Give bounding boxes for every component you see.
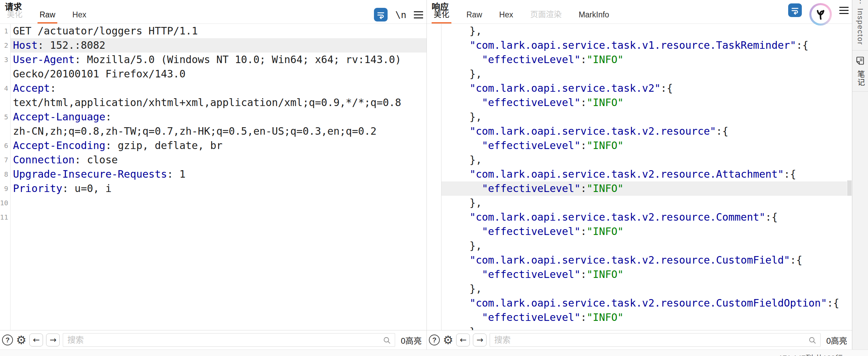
- code-token: },: [457, 326, 482, 330]
- response-search-input[interactable]: [490, 333, 820, 346]
- request-editor-line: 8Upgrade-Insecure-Requests: 1: [0, 167, 426, 181]
- scrollbar-decoration[interactable]: [847, 180, 852, 196]
- line-content: Accept:: [10, 81, 426, 95]
- response-editor-line: "com.lark.oapi.service.task.v2":{: [442, 81, 847, 95]
- sidebar-item-inspector[interactable]: Inspector: [852, 5, 868, 50]
- line-number: 5: [0, 110, 10, 124]
- code-token: [457, 54, 482, 65]
- code-token: :: [105, 111, 112, 123]
- http-inspector-window: 请求 美化RawHex \n 1GET /actuator/l: [0, 0, 868, 356]
- request-panel-header: 请求 美化RawHex \n: [0, 0, 426, 24]
- next-match-button[interactable]: →: [46, 333, 60, 346]
- sidebar-item-notes[interactable]: 笔记: [852, 50, 868, 91]
- search-icon[interactable]: [382, 336, 391, 346]
- tab-Raw[interactable]: Raw: [38, 10, 57, 24]
- request-editor[interactable]: 1GET /actuator/loggers HTTP/1.12Host: 15…: [0, 24, 426, 330]
- notes-label: 笔记: [855, 70, 866, 87]
- code-token: "effectiveLevel": [482, 182, 580, 194]
- help-icon[interactable]: ?: [429, 335, 440, 345]
- tab-MarkInfo[interactable]: MarkInfo: [577, 10, 611, 24]
- code-token: "com.lark.oapi.service.task.v2": [469, 82, 661, 94]
- tab-美化[interactable]: 美化: [5, 8, 25, 24]
- line-content: Priority: u=0, i: [10, 181, 426, 196]
- code-token: zh-CN,zh;q=0.8,zh-TW;q=0.7,zh-HK;q=0.5,e…: [13, 125, 377, 137]
- line-content: [10, 210, 426, 224]
- tab-Hex[interactable]: Hex: [70, 10, 88, 24]
- tab-美化[interactable]: 美化: [432, 8, 451, 24]
- request-editor-line: 4Accept:: [0, 81, 426, 95]
- code-token: :{: [784, 168, 796, 180]
- line-number: [0, 95, 10, 110]
- search-icon[interactable]: [808, 336, 817, 346]
- newline-icon[interactable]: \n: [395, 10, 406, 20]
- code-token: [457, 39, 469, 51]
- line-number: [0, 124, 10, 138]
- gear-icon[interactable]: ⚙: [16, 335, 26, 345]
- request-tab-bar: 美化RawHex: [5, 8, 88, 24]
- response-header-icons: [788, 0, 849, 21]
- request-menu-icon[interactable]: [414, 11, 423, 18]
- code-token: : 152.:8082: [38, 39, 105, 51]
- code-token: [457, 311, 482, 323]
- response-editor-line: },: [442, 282, 847, 296]
- code-token: },: [457, 283, 482, 295]
- rail-top-icon: ∶: [859, 0, 861, 5]
- response-editor-line: "com.lark.oapi.service.task.v2.resource.…: [442, 210, 847, 224]
- yakit-ai-logo-icon[interactable]: [809, 3, 832, 26]
- code-token: : u=0, i: [62, 182, 112, 194]
- line-number: 6: [0, 138, 10, 153]
- response-editor-line: "com.lark.oapi.service.task.v2.resource"…: [442, 124, 847, 138]
- request-editor-line: 1GET /actuator/loggers HTTP/1.1: [0, 24, 426, 38]
- tab-Hex[interactable]: Hex: [497, 10, 515, 24]
- code-token: :: [580, 97, 587, 108]
- response-editor-line: "effectiveLevel":"INFO": [442, 224, 847, 239]
- line-content: User-Agent: Mozilla/5.0 (Windows NT 10.0…: [10, 53, 426, 67]
- tab-Raw[interactable]: Raw: [464, 10, 484, 24]
- response-editor[interactable]: }, "com.lark.oapi.service.task.v1.resour…: [427, 24, 852, 330]
- cursor-position: 171:147列 共139行: [779, 352, 843, 356]
- tab-页面渲染[interactable]: 页面渲染: [528, 8, 564, 24]
- response-menu-icon[interactable]: [839, 7, 849, 14]
- code-token: text/html,application/xhtml+xml,applicat…: [13, 97, 401, 108]
- code-token: :: [580, 54, 587, 65]
- code-token: "effectiveLevel": [482, 311, 580, 323]
- code-token: [457, 182, 482, 194]
- request-editor-line: 3User-Agent: Mozilla/5.0 (Windows NT 10.…: [0, 53, 426, 67]
- code-token: Accept-Encoding: [13, 139, 105, 151]
- rail-divider: [852, 91, 868, 92]
- line-number: 8: [0, 167, 10, 181]
- code-token: "INFO": [587, 54, 623, 65]
- code-token: [457, 254, 469, 266]
- line-content: Connection: close: [10, 153, 426, 167]
- response-editor-line: "effectiveLevel":"INFO": [442, 267, 847, 282]
- request-search-box: [63, 333, 395, 347]
- help-icon[interactable]: ?: [2, 335, 13, 345]
- code-token: : Mozilla/5.0 (Windows NT 10.0; Win64; x…: [75, 54, 401, 65]
- request-search-input[interactable]: [63, 333, 394, 346]
- response-editor-line: "effectiveLevel":"INFO": [442, 138, 847, 153]
- response-search-box: [490, 333, 820, 347]
- line-number: 11: [0, 210, 10, 224]
- line-content: Gecko/20100101 Firefox/143.0: [10, 67, 426, 81]
- code-token: [457, 225, 482, 237]
- code-token: [457, 168, 469, 180]
- line-number: 9: [0, 181, 10, 196]
- prev-match-button[interactable]: ←: [456, 333, 470, 346]
- response-editor-line: },: [442, 67, 847, 81]
- gear-icon[interactable]: ⚙: [443, 335, 453, 345]
- code-token: "com.lark.oapi.service.task.v2.resource": [469, 125, 716, 137]
- word-wrap-icon[interactable]: [788, 3, 802, 17]
- code-token: },: [457, 111, 482, 123]
- code-token: "effectiveLevel": [482, 139, 580, 151]
- code-token: :{: [661, 82, 673, 94]
- prev-match-button[interactable]: ←: [29, 333, 43, 346]
- next-match-button[interactable]: →: [473, 333, 487, 346]
- request-highlight-count: 0高亮: [401, 334, 422, 346]
- request-editor-line: 11: [0, 210, 426, 224]
- status-bar: 171:147列 共139行: [0, 350, 868, 356]
- code-token: [457, 139, 482, 151]
- word-wrap-icon[interactable]: [374, 8, 388, 21]
- response-editor-line: "effectiveLevel":"INFO": [442, 181, 847, 196]
- code-token: Priority: [13, 182, 62, 194]
- code-token: [457, 97, 482, 108]
